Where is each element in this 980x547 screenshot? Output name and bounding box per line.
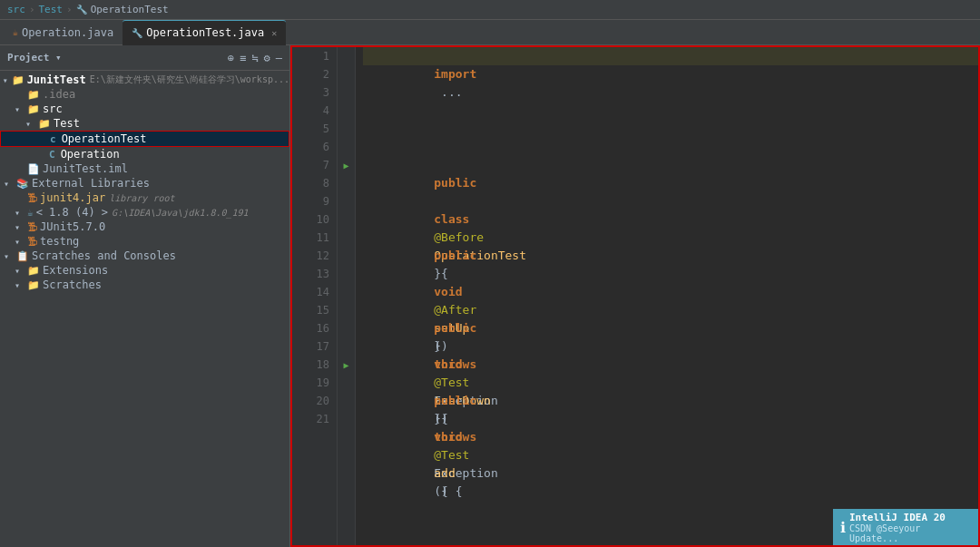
tab-close-icon[interactable]: ✕ [271,28,277,38]
add-method: add [434,466,455,480]
gutter: ▶ ▶ [338,47,356,545]
gutter-11 [338,229,355,247]
minimize-icon[interactable]: — [276,52,282,64]
editor-content: 1 2 3 4 5 6 7 8 9 10 11 12 13 14 15 16 1… [292,47,978,545]
intellij-sub1: CSDN @Seeyour [849,523,946,533]
tree-item-src[interactable]: ▾ 📁 src [0,102,289,116]
tree-item-scratches-consoles[interactable]: ▾ 📋 Scratches and Consoles [0,249,289,263]
intellij-title: IntelliJ IDEA 20 [849,512,946,523]
label-jdk18: < 1.8 (4) > [36,206,108,219]
label-junitTest: JunitTest [27,73,86,86]
indent-13 [434,285,462,298]
close-brace-11: } [434,267,441,280]
label-external-libs: External Libraries [32,177,150,190]
libs-icon: 📚 [16,178,29,190]
breadcrumb-test[interactable]: Test [39,4,64,15]
tab-test-icon: 🔧 [132,28,142,38]
gutter-15 [338,301,355,319]
label-scratches: Scratches [43,278,102,291]
tree-item-operation[interactable]: C Operation [0,147,289,161]
line-num-5: 5 [292,120,337,138]
tree-item-junit570[interactable]: ▾ 🗜 JUnit5.7.0 [0,220,289,234]
gutter-13 [338,265,355,283]
breadcrumb-operationtest[interactable]: OperationTest [91,4,169,15]
line-num-6: 6 [292,138,337,156]
sidebar: Project ▾ ⊕ ≡ ≒ ⚙ — ▾ 📁 JunitTest E:\新建文… [0,45,290,547]
indent-9 [434,212,462,226]
line-num-12: 12 [292,247,337,265]
breadcrumb-file-icon: 🔧 [76,5,87,15]
run-method-arrow[interactable]: ▶ [343,360,348,370]
test-class-icon: c [50,133,56,145]
tab-operation-java[interactable]: ☕ Operation.java [4,20,122,45]
gutter-3 [338,83,355,102]
code-line-4 [363,102,978,120]
public-kw-7: public [434,176,476,190]
sidebar-header-icons: ⊕ ≡ ≒ ⚙ — [228,52,282,64]
line-num-20: 20 [292,392,337,410]
line-num-7: 7 [292,156,337,174]
breadcrumb-src[interactable]: src [7,4,25,15]
tree-item-idea[interactable]: 📁 .idea [0,87,289,102]
list-icon[interactable]: ≡ [240,52,246,64]
line-num-19: 19 [292,374,337,392]
tree-item-jdk18[interactable]: ▾ ☕ < 1.8 (4) > G:\IDEA\Java\jdk1.8.0_19… [0,205,289,220]
gutter-18[interactable]: ▶ [338,356,355,374]
indent-19 [434,394,462,407]
editor-area[interactable]: 1 2 3 4 5 6 7 8 9 10 11 12 13 14 15 16 1… [290,45,980,547]
close-brace-19: } [434,412,441,425]
intellij-badge-text: IntelliJ IDEA 20 CSDN @Seeyour Update... [849,512,946,543]
jar-icon-junit4: 🗜 [27,192,37,204]
path-junitTest: E:\新建文件夹\研究生\尚硅谷学习\worksp... [90,73,289,86]
gutter-2 [338,65,355,83]
iml-icon: 📄 [27,163,40,175]
gutter-1 [338,47,355,65]
folder-icon-test: 📁 [38,118,51,130]
tree-item-operationtest[interactable]: c OperationTest [0,131,289,147]
label-extensions: Extensions [43,264,108,277]
java-class-icon: C [49,149,55,161]
tree-item-test-folder[interactable]: ▾ 📁 Test [0,116,289,131]
tree-item-scratches[interactable]: ▾ 📁 Scratches [0,278,289,292]
gutter-19 [338,374,355,392]
intellij-info-icon: ℹ [840,519,846,536]
indent-21 [434,430,462,444]
tree-item-extensions[interactable]: ▾ 📁 Extensions [0,263,289,278]
code-area[interactable]: import ... public class OperationTest [356,47,978,545]
indent-15 [434,321,462,335]
indent-10 [434,230,462,244]
add-icon[interactable]: ⊕ [228,52,234,64]
line-num-18: 18 [292,356,337,374]
sidebar-header: Project ▾ ⊕ ≡ ≒ ⚙ — [0,45,289,71]
sidebar-tree: ▾ 📁 JunitTest E:\新建文件夹\研究生\尚硅谷学习\worksp.… [0,71,289,547]
folder-icon-src: 📁 [27,103,40,115]
tab-operationtest-java[interactable]: 🔧 OperationTest.java ✕ [122,20,286,45]
tree-item-external-libs[interactable]: ▾ 📚 External Libraries [0,176,289,190]
tree-item-iml[interactable]: 📄 JunitTest.iml [0,161,289,176]
gutter-14 [338,283,355,301]
line-num-13: 13 [292,265,337,283]
run-class-arrow[interactable]: ▶ [343,161,348,171]
close-brace-15: } [434,339,441,353]
tab-bar: ☕ Operation.java 🔧 OperationTest.java ✕ [0,20,980,45]
tree-item-junitTest[interactable]: ▾ 📁 JunitTest E:\新建文件夹\研究生\尚硅谷学习\worksp.… [0,73,289,87]
tree-item-junit4jar[interactable]: 🗜 junit4.jar library root [0,190,289,205]
gutter-7[interactable]: ▶ [338,156,355,174]
line-num-1: 1 [292,47,337,65]
tree-item-testng[interactable]: ▾ 🗜 testng [0,234,289,249]
label-iml: JunitTest.iml [43,162,128,175]
code-line-5 [363,120,978,138]
settings-icon[interactable]: ⚙ [264,52,270,64]
arrow-junitTest: ▾ [3,75,10,85]
tab-operation-label: Operation.java [22,26,113,39]
line-num-4: 4 [292,102,337,120]
gutter-10 [338,210,355,229]
arrow-extensions: ▾ [15,266,25,276]
code-line-13: @After [363,265,978,283]
tab-java-icon: ☕ [13,27,18,37]
arrow-junit570: ▾ [15,222,25,232]
sort-icon[interactable]: ≒ [251,52,258,64]
folder-icon-junitTest: 📁 [12,74,24,86]
import-ellipsis: ... [434,85,462,99]
sidebar-title: Project ▾ [7,52,62,63]
